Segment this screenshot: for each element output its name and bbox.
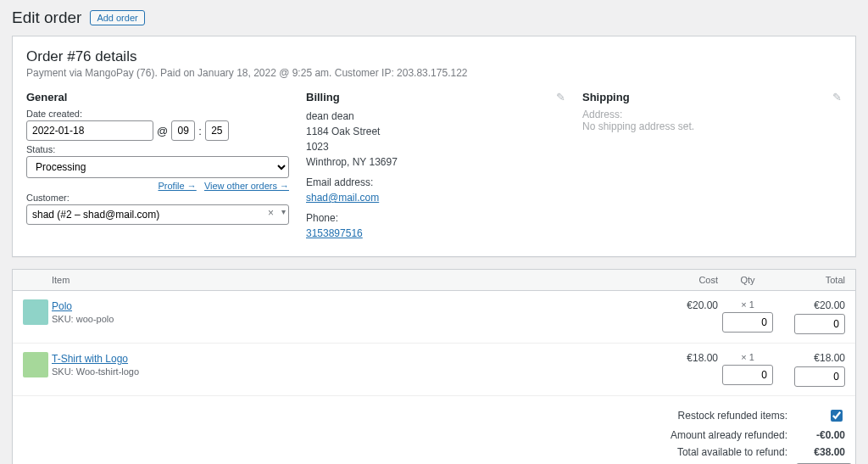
product-thumb <box>23 352 48 377</box>
date-at: @ <box>157 125 168 137</box>
date-colon: : <box>198 125 202 137</box>
refund-qty-input[interactable] <box>722 312 773 333</box>
billing-phone-link[interactable]: 3153897516 <box>306 227 363 239</box>
refund-total-input[interactable] <box>794 314 845 334</box>
billing-unit: 1023 <box>306 139 565 154</box>
product-sku: SKU: Woo-tshirt-logo <box>52 366 659 377</box>
line-total: €20.00 <box>814 299 845 311</box>
order-subheading: Payment via MangoPay (76). Paid on Janua… <box>26 67 842 79</box>
already-refunded-value: -€0.00 <box>796 429 845 441</box>
shipping-address-label: Address: <box>582 109 842 120</box>
refund-total-input[interactable] <box>794 366 845 387</box>
date-minute-input[interactable] <box>205 120 229 141</box>
col-item: Item <box>52 275 659 285</box>
billing-email-link[interactable]: shad@mail.com <box>306 192 379 204</box>
billing-column: ✎ Billing dean dean 1184 Oak Street 1023… <box>306 91 565 241</box>
page-title: Edit order <box>12 8 81 27</box>
edit-billing-icon[interactable]: ✎ <box>556 91 565 103</box>
refund-qty-input[interactable] <box>722 365 773 385</box>
available-refund-value: €38.00 <box>796 446 845 458</box>
general-title: General <box>26 91 289 103</box>
billing-street: 1184 Oak Street <box>306 124 565 139</box>
product-thumb <box>23 299 48 325</box>
view-other-orders-link[interactable]: View other orders → <box>204 181 289 191</box>
billing-email-label: Email address: <box>306 175 565 190</box>
shipping-title: Shipping <box>582 91 842 103</box>
product-sku: SKU: woo-polo <box>52 314 659 324</box>
chevron-down-icon[interactable]: ▾ <box>281 207 286 216</box>
line-qty: × 1 <box>741 299 754 310</box>
profile-link[interactable]: Profile → <box>159 181 197 191</box>
col-total: Total <box>777 275 845 285</box>
billing-name: dean dean <box>306 109 565 124</box>
customer-select[interactable] <box>26 204 289 225</box>
status-label: Status: <box>26 144 289 154</box>
billing-title: Billing <box>306 91 565 103</box>
status-select[interactable]: Processing <box>26 156 289 178</box>
order-heading: Order #76 details <box>26 48 842 65</box>
shipping-none: No shipping address set. <box>582 120 842 132</box>
restock-checkbox[interactable] <box>831 410 843 422</box>
line-total: €18.00 <box>814 352 845 364</box>
product-name-link[interactable]: T-Shirt with Logo <box>52 353 128 365</box>
already-refunded-label: Amount already refunded: <box>609 429 787 441</box>
product-name-link[interactable]: Polo <box>52 300 72 312</box>
billing-city: Winthrop, NY 13697 <box>306 154 565 170</box>
restock-label: Restock refunded items: <box>609 410 787 422</box>
edit-shipping-icon[interactable]: ✎ <box>832 91 842 103</box>
date-hour-input[interactable] <box>171 120 195 141</box>
col-qty: Qty <box>718 275 777 285</box>
date-created-input[interactable] <box>26 120 153 141</box>
general-column: General Date created: @ : Status: Proces… <box>26 91 289 241</box>
shipping-column: ✎ Shipping Address: No shipping address … <box>582 91 842 241</box>
col-cost: Cost <box>659 275 718 285</box>
clear-customer-icon[interactable]: × <box>268 207 274 219</box>
order-details-panel: Order #76 details Payment via MangoPay (… <box>12 36 856 257</box>
billing-phone-label: Phone: <box>306 210 565 226</box>
add-order-button[interactable]: Add order <box>90 10 144 25</box>
line-cost: €18.00 <box>659 352 718 364</box>
line-item: T-Shirt with LogoSKU: Woo-tshirt-logo€18… <box>13 344 855 396</box>
order-items-panel: Item Cost Qty Total PoloSKU: woo-polo€20… <box>12 269 856 464</box>
available-refund-label: Total available to refund: <box>609 446 787 458</box>
line-item: PoloSKU: woo-polo€20.00× 1€20.00 <box>13 291 855 344</box>
date-created-label: Date created: <box>26 109 289 119</box>
refund-summary: Restock refunded items: Amount already r… <box>13 396 855 464</box>
customer-label: Customer: <box>26 193 289 203</box>
line-cost: €20.00 <box>659 299 718 311</box>
line-qty: × 1 <box>741 352 754 362</box>
